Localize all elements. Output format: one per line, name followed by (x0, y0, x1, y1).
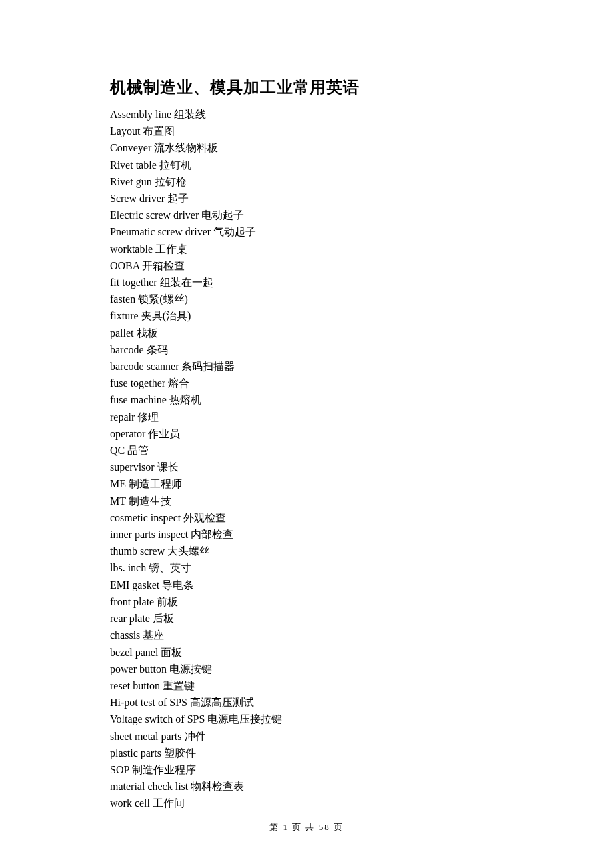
vocabulary-entry: thumb screw 大头螺丝 (110, 543, 503, 559)
vocabulary-entry: bezel panel 面板 (110, 644, 503, 661)
vocabulary-list: Assembly line 组装线Layout 布置图Conveyer 流水线物… (110, 106, 503, 812)
document-title: 机械制造业、模具加工业常用英语 (110, 77, 503, 98)
vocabulary-entry: Conveyer 流水线物料板 (110, 139, 503, 156)
vocabulary-entry: rear plate 后板 (110, 610, 503, 627)
vocabulary-entry: Rivet table 拉钉机 (110, 157, 503, 173)
vocabulary-entry: lbs. inch 镑、英寸 (110, 559, 503, 576)
vocabulary-entry: barcode scanner 条码扫描器 (110, 358, 503, 375)
vocabulary-entry: inner parts inspect 内部检查 (110, 526, 503, 543)
vocabulary-entry: reset button 重置键 (110, 677, 503, 694)
vocabulary-entry: SOP 制造作业程序 (110, 761, 503, 778)
vocabulary-entry: barcode 条码 (110, 341, 503, 358)
vocabulary-entry: work cell 工作间 (110, 795, 503, 811)
vocabulary-entry: Pneumatic screw driver 气动起子 (110, 223, 503, 240)
vocabulary-entry: Hi-pot test of SPS 高源高压测试 (110, 694, 503, 711)
vocabulary-entry: supervisor 课长 (110, 459, 503, 475)
vocabulary-entry: worktable 工作桌 (110, 241, 503, 257)
vocabulary-entry: QC 品管 (110, 442, 503, 459)
vocabulary-entry: fit together 组装在一起 (110, 274, 503, 291)
vocabulary-entry: cosmetic inspect 外观检查 (110, 509, 503, 526)
vocabulary-entry: Assembly line 组装线 (110, 106, 503, 123)
vocabulary-entry: Rivet gun 拉钉枪 (110, 173, 503, 190)
vocabulary-entry: Screw driver 起子 (110, 190, 503, 207)
vocabulary-entry: plastic parts 塑胶件 (110, 745, 503, 761)
vocabulary-entry: power button 电源按键 (110, 661, 503, 677)
vocabulary-entry: Electric screw driver 电动起子 (110, 207, 503, 223)
vocabulary-entry: front plate 前板 (110, 593, 503, 610)
vocabulary-entry: Layout 布置图 (110, 123, 503, 139)
vocabulary-entry: repair 修理 (110, 409, 503, 425)
vocabulary-entry: Voltage switch of SPS 电源电压接拉键 (110, 711, 503, 727)
vocabulary-entry: ME 制造工程师 (110, 475, 503, 492)
vocabulary-entry: sheet metal parts 冲件 (110, 728, 503, 745)
document-page: 机械制造业、模具加工业常用英语 Assembly line 组装线Layout … (0, 0, 613, 812)
vocabulary-entry: operator 作业员 (110, 425, 503, 442)
vocabulary-entry: OOBA 开箱检查 (110, 257, 503, 274)
vocabulary-entry: chassis 基座 (110, 627, 503, 643)
vocabulary-entry: material check list 物料检查表 (110, 778, 503, 795)
page-footer: 第 1 页 共 58 页 (0, 821, 613, 833)
vocabulary-entry: fuse machine 热熔机 (110, 391, 503, 408)
vocabulary-entry: fixture 夹具(治具) (110, 307, 503, 324)
vocabulary-entry: pallet 栈板 (110, 325, 503, 341)
vocabulary-entry: fasten 锁紧(螺丝) (110, 291, 503, 307)
vocabulary-entry: MT 制造生技 (110, 493, 503, 509)
vocabulary-entry: EMI gasket 导电条 (110, 577, 503, 593)
vocabulary-entry: fuse together 熔合 (110, 375, 503, 391)
